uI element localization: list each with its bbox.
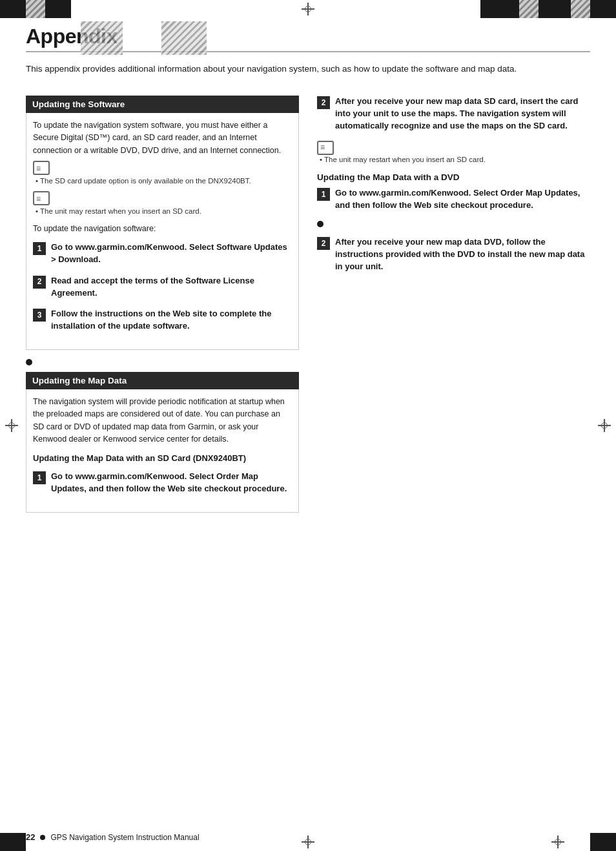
map-section-body: The navigation system will provide perio… — [26, 389, 299, 513]
software-body-text: To update the navigation system software… — [33, 119, 292, 157]
after-sd-step-num: 2 — [317, 96, 330, 109]
left-crosshair — [5, 419, 18, 432]
software-step-1: 1 Go to www.garmin.com/Kenwood. Select S… — [33, 241, 292, 266]
footer-dot — [40, 835, 45, 840]
map-sd-step-text-1: Go to www.garmin.com/Kenwood. Select Ord… — [51, 471, 292, 495]
page-content: Appendix This appendix provides addition… — [26, 25, 590, 826]
footer-manual-title: GPS Navigation System Instruction Manual — [50, 833, 199, 842]
intro-paragraph: This appendix provides additional inform… — [26, 63, 555, 76]
software-section-header: Updating the Software — [26, 96, 299, 113]
right-note-text: • The unit may restart when you insert a… — [320, 156, 590, 163]
dvd-step-text-2: After you receive your new map data DVD,… — [335, 236, 590, 273]
step-num-3: 3 — [33, 309, 46, 322]
step-num-1: 1 — [33, 242, 46, 255]
step-text-2: Read and accept the terms of the Softwar… — [51, 275, 292, 300]
top-stripe-1 — [26, 0, 45, 18]
top-black-left — [0, 0, 26, 18]
bottom-black-right — [590, 833, 616, 851]
note-symbol-1: ≡ — [33, 161, 50, 175]
software-section-body: To update the navigation system software… — [26, 113, 299, 350]
right-section-bullet — [317, 221, 323, 227]
left-column: Updating the Software To update the navi… — [26, 96, 299, 522]
map-body-text: The navigation system will provide perio… — [33, 396, 292, 446]
top-black-2 — [45, 0, 71, 18]
step-text-1: Go to www.garmin.com/Kenwood. Select Sof… — [51, 241, 292, 266]
software-step-2: 2 Read and accept the terms of the Softw… — [33, 275, 292, 300]
dvd-step-num-2: 2 — [317, 237, 330, 250]
to-update-label: To update the navigation software: — [33, 223, 292, 235]
map-section: Updating the Map Data The navigation sys… — [26, 372, 299, 513]
map-sd-step-num-1: 1 — [33, 471, 46, 484]
software-step-3: 3 Follow the instructions on the Web sit… — [33, 308, 292, 333]
title-stripe-deco-2 — [161, 21, 207, 55]
note-icon-1: ≡ — [33, 161, 292, 175]
sd-card-heading: Updating the Map Data with an SD Card (D… — [33, 453, 292, 465]
two-column-layout: Updating the Software To update the navi… — [26, 96, 590, 522]
right-note-icon: ≡ — [317, 141, 590, 155]
title-area: Appendix — [26, 25, 590, 52]
after-sd-step: 2 After you receive your new map data SD… — [317, 96, 590, 132]
top-crosshair — [302, 3, 314, 15]
right-note-symbol: ≡ — [317, 141, 334, 155]
dvd-heading: Updating the Map Data with a DVD — [317, 172, 590, 182]
top-decorative-bar — [0, 0, 616, 18]
dvd-step-1: 1 Go to www.garmin.com/Kenwood. Select O… — [317, 187, 590, 212]
map-section-header: Updating the Map Data — [26, 372, 299, 389]
footer-page-number: 22 — [26, 832, 35, 842]
note-symbol-2: ≡ — [33, 191, 50, 205]
software-note-1: The SD card update option is only availa… — [36, 176, 292, 187]
top-black-end — [590, 0, 616, 18]
right-column: 2 After you receive your new map data SD… — [317, 96, 590, 522]
dvd-step-num-1: 1 — [317, 188, 330, 201]
dvd-step-text-1: Go to www.garmin.com/Kenwood. Select Ord… — [335, 187, 590, 212]
bottom-black-left — [0, 833, 26, 851]
software-section: Updating the Software To update the navi… — [26, 96, 299, 350]
step-num-2: 2 — [33, 276, 46, 289]
top-black-right — [480, 0, 519, 18]
after-sd-step-text: After you receive your new map data SD c… — [335, 96, 590, 132]
software-note-2: The unit may restart when you insert an … — [36, 206, 292, 218]
dvd-step-2: 2 After you receive your new map data DV… — [317, 236, 590, 273]
right-crosshair — [598, 419, 611, 432]
title-stripe-deco-1 — [81, 21, 123, 55]
top-white-center — [71, 0, 276, 18]
top-black-far-right — [539, 0, 571, 18]
top-stripe-right — [519, 0, 539, 18]
software-section-bullet — [26, 359, 32, 365]
note-icon-2: ≡ — [33, 191, 292, 205]
page-footer: 22 GPS Navigation System Instruction Man… — [26, 832, 590, 842]
top-stripe-far-right — [571, 0, 590, 18]
step-text-3: Follow the instructions on the Web site … — [51, 308, 292, 333]
map-sd-step-1: 1 Go to www.garmin.com/Kenwood. Select O… — [33, 471, 292, 495]
